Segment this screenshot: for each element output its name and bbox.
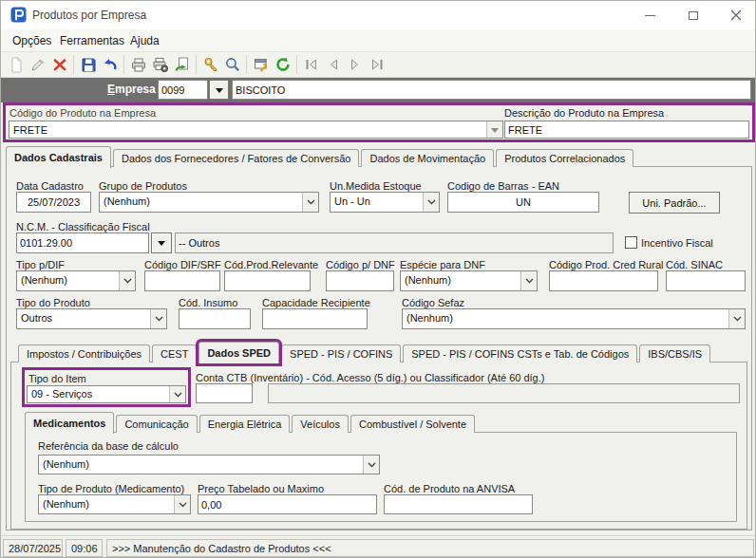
tab-veiculos[interactable]: Veículos	[292, 415, 349, 433]
open-window-icon[interactable]	[250, 54, 272, 76]
cod-prod-relevante-input[interactable]	[224, 270, 311, 291]
chevron-down-icon	[155, 316, 163, 322]
tab-combustivel-solvente[interactable]: Combustível / Solvente	[350, 415, 475, 433]
tab-ibs-cbs-is[interactable]: IBS/CBS/IS	[639, 344, 710, 363]
incentivo-fiscal-checkbox[interactable]	[625, 236, 637, 249]
dropdown-arrow-icon[interactable]	[423, 193, 439, 212]
grupo-produtos-select[interactable]: (Nenhum)	[99, 192, 319, 213]
toolbar-separator	[196, 55, 197, 74]
anvisa-label: Cód. de Produto na ANVISA	[384, 483, 515, 494]
tab-cest[interactable]: CEST	[152, 344, 197, 363]
tipo-produto-select[interactable]: Outros	[16, 308, 167, 329]
especie-dnf-select[interactable]: (Nenhum)	[400, 270, 538, 291]
capacidade-input[interactable]	[262, 308, 368, 329]
ncm-input[interactable]	[16, 232, 149, 253]
tab-energia-eletrica[interactable]: Energia Elétrica	[199, 415, 291, 433]
uni-padrao-button[interactable]: Uni. Padrão...	[629, 192, 720, 214]
cod-insumo-input[interactable]	[179, 308, 251, 329]
close-icon	[730, 9, 742, 21]
dropdown-arrow-icon[interactable]	[169, 386, 185, 402]
codigo-dnf-input[interactable]	[326, 270, 394, 291]
menu-item-opcoes[interactable]: Opções	[9, 33, 55, 48]
tipo-item-select[interactable]: 09 - Serviços	[27, 385, 186, 403]
tab-dados-sped[interactable]: Dados SPED	[198, 342, 279, 363]
toolbar-separator	[123, 55, 124, 74]
ean-input[interactable]	[447, 192, 599, 213]
chevron-down-icon	[491, 128, 499, 137]
medicamentos-tab-strip: Medicamentos Comunicação Energia Elétric…	[25, 412, 477, 433]
tipo-medicamento-select[interactable]: (Nenhum)	[38, 494, 191, 514]
new-document-icon[interactable]	[5, 54, 27, 76]
dropdown-arrow-icon[interactable]	[520, 271, 537, 290]
menu-item-ferramentas[interactable]: Ferramentas	[56, 33, 128, 48]
capacidade-label: Capacidade Recipiente	[262, 297, 370, 308]
nav-last-icon[interactable]	[366, 54, 387, 76]
product-description-input[interactable]	[504, 121, 749, 139]
ncm-label: N.C.M. - Classificação Fiscal	[16, 221, 150, 232]
un-medida-value: Un - Un	[331, 193, 423, 212]
tab-dados-movimentacao[interactable]: Dados de Movimentação	[361, 149, 494, 167]
maximize-icon	[689, 11, 698, 20]
dropdown-arrow-icon[interactable]	[119, 271, 135, 290]
chevron-down-icon	[179, 502, 187, 508]
tipo-produto-value: Outros	[17, 309, 150, 328]
ncm-dropdown-button[interactable]	[151, 232, 172, 253]
delete-x-icon[interactable]	[48, 54, 70, 76]
tab-impostos-contribuicoes[interactable]: Impostos / Contribuições	[18, 344, 150, 363]
maximize-button[interactable]	[671, 1, 714, 29]
tab-comunicacao[interactable]: Comunicação	[116, 415, 197, 433]
refresh-icon[interactable]	[272, 54, 293, 76]
undo-icon[interactable]	[99, 54, 121, 76]
tipo-dif-value: (Nenhum)	[17, 271, 119, 290]
minimize-button[interactable]	[629, 1, 671, 29]
close-button[interactable]	[714, 1, 756, 29]
conta-ctb-codigo-input[interactable]	[196, 383, 253, 403]
edit-pencil-icon[interactable]	[27, 54, 48, 76]
status-message: >>> Manutenção do Cadastro de Produtos <…	[106, 539, 754, 557]
search-icon[interactable]	[221, 54, 243, 76]
codigo-sefaz-select[interactable]: (Nenhum)	[402, 308, 746, 329]
dropdown-arrow-icon[interactable]	[363, 456, 379, 474]
nav-previous-icon[interactable]	[322, 54, 344, 76]
tipo-item-highlight: Tipo do Item 09 - Serviços	[22, 367, 191, 407]
print-preview-icon[interactable]	[171, 54, 193, 76]
tab-sped-pis-cofins-csts[interactable]: SPED - PIS / COFINS CSTs e Tab. de Códig…	[403, 344, 637, 363]
referencia-base-calculo-select[interactable]: (Nenhum)	[38, 455, 380, 474]
tab-dados-cadastrais[interactable]: Dados Cadastrais	[6, 146, 111, 168]
print-icon[interactable]	[127, 54, 149, 76]
data-cadastro-label: Data Cadastro	[16, 180, 84, 192]
tab-medicamentos[interactable]: Medicamentos	[25, 412, 114, 434]
dropdown-arrow-icon[interactable]	[728, 309, 745, 328]
cred-rural-input[interactable]	[549, 270, 658, 291]
data-cadastro-input[interactable]	[16, 192, 91, 213]
tab-fornecedores-conversao[interactable]: Dados dos Fornecedores / Fatores de Conv…	[113, 149, 360, 167]
nav-next-icon[interactable]	[344, 54, 366, 76]
preco-tabelado-input[interactable]	[198, 494, 377, 514]
tab-produtos-correlacionados[interactable]: Produtos Correlacionados	[496, 149, 633, 167]
empresa-dropdown-button[interactable]	[209, 80, 229, 100]
especie-dnf-label: Espécie para DNF	[400, 259, 485, 270]
ean-label: Codigo de Barras - EAN	[447, 180, 559, 192]
dropdown-arrow-icon[interactable]	[174, 495, 190, 513]
key-icon[interactable]	[199, 54, 221, 76]
dropdown-arrow-icon[interactable]	[486, 121, 502, 138]
product-description-label: Descrição do Produto na Empresa	[504, 107, 664, 119]
empresa-name-input[interactable]	[232, 80, 751, 100]
nav-first-icon[interactable]	[300, 54, 322, 76]
save-icon[interactable]	[77, 54, 99, 76]
sinac-input[interactable]	[666, 270, 746, 291]
incentivo-fiscal-label: Incentivo Fiscal	[641, 237, 713, 249]
anvisa-input[interactable]	[384, 494, 533, 514]
empresa-code-input[interactable]	[158, 80, 208, 100]
dropdown-arrow-icon[interactable]	[302, 193, 318, 212]
menu-item-ajuda[interactable]: Ajuda	[126, 33, 163, 48]
grupo-produtos-label: Grupo de Produtos	[99, 180, 187, 192]
tipo-dif-select[interactable]: (Nenhum)	[16, 270, 136, 291]
product-code-combobox[interactable]: FRETE	[9, 121, 503, 139]
print-settings-icon[interactable]	[149, 54, 171, 76]
un-medida-select[interactable]: Un - Un	[330, 192, 440, 213]
tab-sped-pis-cofins[interactable]: SPED - PIS / COFINS	[281, 344, 401, 363]
dropdown-arrow-icon[interactable]	[150, 309, 166, 328]
toolbar-separator	[296, 55, 297, 74]
codigo-dif-input[interactable]	[144, 270, 220, 291]
